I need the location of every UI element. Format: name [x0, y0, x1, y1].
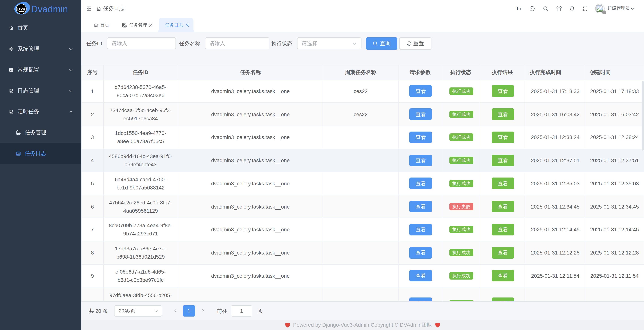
svg-text:DVA: DVA [17, 7, 26, 11]
